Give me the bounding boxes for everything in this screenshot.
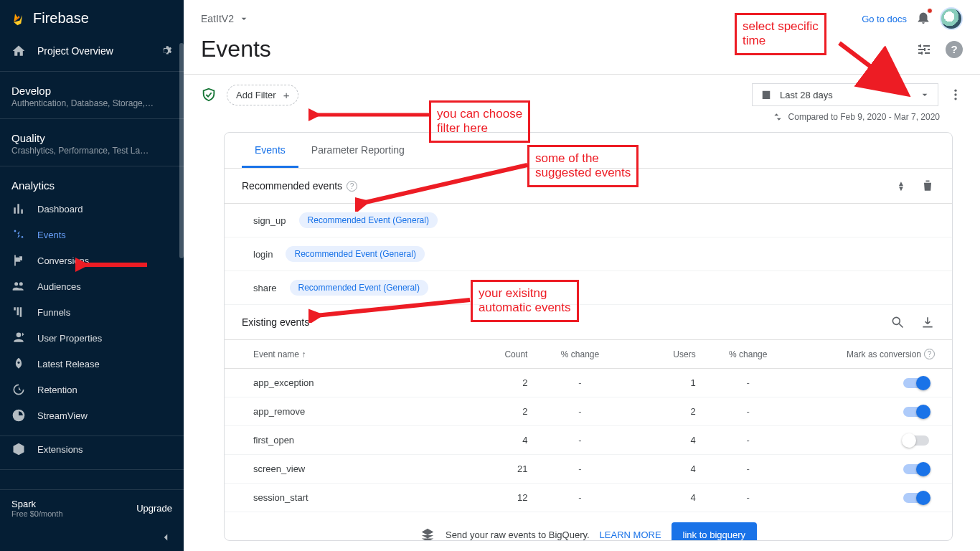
go-to-docs-link[interactable]: Go to docs	[862, 14, 907, 24]
compare-row: Compared to Feb 9, 2020 - Mar 7, 2020	[184, 112, 980, 132]
recommended-event-row[interactable]: loginRecommended Event (General)	[225, 237, 952, 271]
project-overview-row[interactable]: Project Overview	[0, 37, 184, 72]
project-selector[interactable]: EatItV2	[201, 13, 250, 24]
retention-icon	[11, 382, 26, 397]
notifications-button[interactable]	[915, 9, 931, 28]
recommended-chip: Recommended Event (General)	[290, 280, 428, 296]
user-properties-icon	[11, 331, 26, 345]
annotation-suggested: some of the suggested events	[527, 145, 639, 187]
page-title: Events	[201, 36, 271, 62]
sidebar-item-extensions[interactable]: Extensions	[0, 436, 184, 462]
logo-row[interactable]: Firebase	[0, 0, 184, 37]
table-row[interactable]: screen_view21-4-	[225, 455, 952, 484]
cell-users: 4	[627, 435, 702, 446]
svg-point-0	[954, 90, 956, 92]
search-icon[interactable]	[890, 315, 905, 329]
dropdown-triangle-icon	[238, 13, 250, 24]
learn-more-link[interactable]: LEARN MORE	[600, 529, 661, 540]
filter-row: Add Filter + Last 28 days	[184, 83, 980, 112]
cell-users-change: -	[702, 463, 795, 474]
sidebar-item-latest-release[interactable]: Latest Release	[0, 351, 184, 377]
table-row[interactable]: app_exception2-1-	[225, 369, 952, 397]
scrollbar-indicator[interactable]	[179, 43, 184, 258]
link-to-bigquery-button[interactable]: link to bigquery	[672, 522, 757, 541]
table-row[interactable]: session_start12-4-	[225, 484, 952, 512]
rocket-icon	[11, 357, 26, 371]
spark-plan-row[interactable]: Spark Free $0/month Upgrade	[0, 489, 184, 527]
user-avatar[interactable]	[940, 7, 963, 30]
conversion-toggle[interactable]	[903, 378, 929, 388]
develop-title: Develop	[11, 85, 172, 97]
sidebar-item-label: Retention	[37, 385, 77, 395]
trash-icon[interactable]	[920, 179, 935, 193]
customize-icon[interactable]	[915, 41, 933, 58]
cell-event-name: first_open	[253, 435, 458, 446]
cell-conversion	[795, 435, 935, 446]
sidebar-item-audiences[interactable]: Audiences	[0, 273, 184, 299]
date-range-selector[interactable]: Last 28 days	[752, 83, 938, 106]
quality-section[interactable]: Quality Crashlytics, Performance, Test L…	[0, 119, 184, 166]
more-vert-icon[interactable]	[948, 88, 963, 102]
cell-users-change: -	[702, 406, 795, 417]
sidebar-item-events[interactable]: Events	[0, 222, 184, 248]
sidebar-item-label: Latest Release	[37, 359, 100, 369]
event-name: share	[253, 283, 277, 293]
funnel-icon	[11, 305, 26, 319]
th-event-name[interactable]: Event name ↑	[253, 349, 458, 359]
cell-event-name: app_remove	[253, 406, 458, 417]
cell-count-change: -	[533, 377, 626, 388]
cell-conversion	[795, 464, 935, 474]
cell-count: 2	[458, 406, 533, 417]
recommended-event-row[interactable]: shareRecommended Event (General)	[225, 271, 952, 305]
annotation-existing: your exisitng automatic events	[471, 280, 579, 322]
calendar-icon	[760, 88, 773, 101]
th-mark-conversion: Mark as conversion?	[795, 349, 935, 359]
th-users[interactable]: Users	[627, 349, 702, 359]
th-count[interactable]: Count	[458, 349, 533, 359]
analytics-title: Analytics	[11, 179, 172, 192]
extensions-icon	[11, 442, 26, 456]
help-button[interactable]: ?	[946, 41, 963, 58]
event-name: sign_up	[253, 215, 286, 226]
spark-sub: Free $0/month	[11, 509, 63, 518]
gear-icon[interactable]	[159, 44, 172, 57]
collapse-sidebar[interactable]	[0, 527, 184, 551]
conversion-toggle[interactable]	[903, 464, 929, 474]
tab-events[interactable]: Events	[242, 133, 298, 168]
flag-icon	[11, 253, 26, 268]
upgrade-button[interactable]: Upgrade	[136, 503, 172, 514]
conversion-toggle[interactable]	[903, 493, 929, 503]
download-icon[interactable]	[920, 315, 935, 329]
sort-arrows-icon[interactable]: ▲▼	[897, 181, 905, 191]
th-count-change: % change	[533, 349, 626, 359]
help-icon[interactable]: ?	[347, 181, 357, 192]
sidebar-item-label: Audiences	[37, 281, 81, 292]
sidebar-item-label: Events	[37, 230, 66, 240]
firebase-logo-icon	[11, 11, 26, 26]
recommended-chip: Recommended Event (General)	[286, 246, 424, 262]
bigquery-text: Send your raw events to BigQuery.	[446, 529, 590, 540]
tab-parameter-reporting[interactable]: Parameter Reporting	[298, 133, 418, 168]
sidebar-item-retention[interactable]: Retention	[0, 377, 184, 402]
sidebar-item-label: Conversions	[37, 255, 89, 266]
events-card: Events Parameter Reporting Recommended e…	[224, 132, 953, 541]
cell-conversion	[795, 378, 935, 388]
sidebar-item-dashboard[interactable]: Dashboard	[0, 196, 184, 222]
conversion-toggle[interactable]	[903, 435, 929, 446]
cell-event-name: screen_view	[253, 463, 458, 474]
streamview-icon	[11, 408, 26, 423]
table-row[interactable]: app_remove2-2-	[225, 397, 952, 426]
sidebar-item-funnels[interactable]: Funnels	[0, 299, 184, 325]
annotation-filter: you can choose filter here	[429, 100, 530, 143]
sidebar-item-label: User Properties	[37, 333, 102, 344]
table-row[interactable]: first_open4-4-	[225, 426, 952, 455]
recommended-event-row[interactable]: sign_upRecommended Event (General)	[225, 204, 952, 237]
sidebar-item-conversions[interactable]: Conversions	[0, 248, 184, 273]
topbar: EatItV2 Go to docs	[184, 0, 980, 30]
sidebar-item-user-properties[interactable]: User Properties	[0, 325, 184, 351]
add-filter-button[interactable]: Add Filter +	[227, 85, 298, 105]
develop-section[interactable]: Develop Authentication, Database, Storag…	[0, 72, 184, 119]
overview-label: Project Overview	[37, 45, 113, 57]
conversion-toggle[interactable]	[903, 407, 929, 417]
sidebar-item-streamview[interactable]: StreamView	[0, 402, 184, 428]
